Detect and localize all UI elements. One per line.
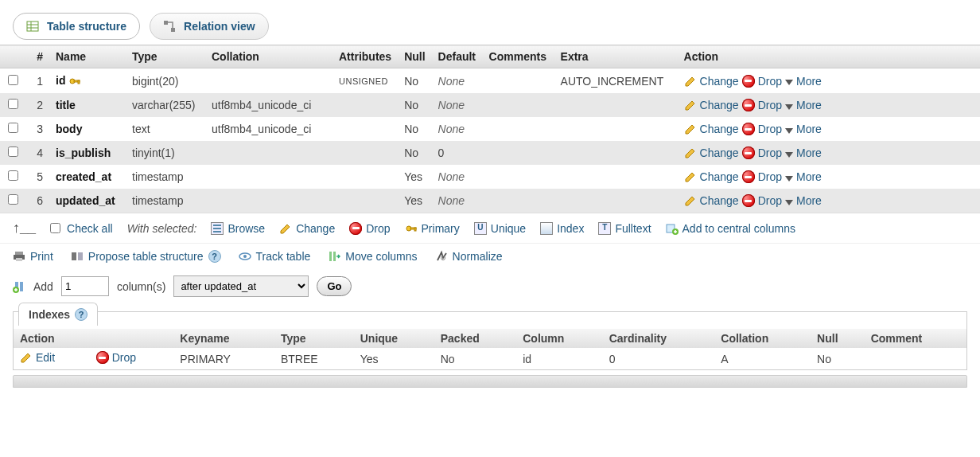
propose-button[interactable]: Propose table structure ? bbox=[71, 250, 221, 263]
browse-button[interactable]: Browse bbox=[211, 222, 265, 235]
index-button[interactable]: Index bbox=[540, 222, 584, 235]
change-button[interactable]: Change bbox=[684, 75, 739, 88]
row-checkbox[interactable] bbox=[8, 194, 18, 205]
more-button[interactable]: More bbox=[785, 146, 822, 159]
add-position-select[interactable]: after updated_at bbox=[173, 275, 309, 297]
tab-label: Relation view bbox=[184, 20, 255, 33]
drop-icon bbox=[742, 99, 755, 111]
pencil-icon bbox=[684, 123, 697, 135]
help-icon[interactable]: ? bbox=[75, 308, 88, 321]
index-null: No bbox=[811, 348, 865, 369]
more-button[interactable]: More bbox=[785, 123, 822, 135]
add-count-input[interactable] bbox=[61, 276, 109, 296]
change-button[interactable]: Change bbox=[279, 222, 335, 235]
column-name: body bbox=[49, 117, 126, 141]
primary-button[interactable]: Primary bbox=[405, 222, 460, 235]
drop-button[interactable]: Drop bbox=[742, 75, 782, 88]
drop-button[interactable]: Drop bbox=[742, 146, 782, 159]
svg-rect-21 bbox=[329, 252, 332, 261]
change-button[interactable]: Change bbox=[684, 194, 739, 207]
drop-button[interactable]: Drop bbox=[742, 123, 782, 135]
drop-icon bbox=[742, 75, 755, 88]
check-all-label[interactable]: Check all bbox=[67, 222, 113, 235]
row-checkbox[interactable] bbox=[8, 170, 18, 181]
row-checkbox[interactable] bbox=[8, 123, 18, 133]
svg-rect-4 bbox=[164, 21, 168, 25]
column-attributes bbox=[332, 141, 398, 165]
add-central-button[interactable]: Add to central columns bbox=[666, 222, 795, 235]
more-button[interactable]: More bbox=[785, 75, 822, 88]
column-comments bbox=[483, 189, 554, 213]
indexes-table: Action Keyname Type Unique Packed Column… bbox=[14, 329, 966, 369]
column-type: text bbox=[126, 117, 205, 141]
drop-button[interactable]: Drop bbox=[742, 170, 782, 183]
check-all[interactable]: Check all bbox=[50, 222, 113, 235]
column-default: 0 bbox=[432, 141, 483, 165]
change-button[interactable]: Change bbox=[684, 123, 739, 135]
drop-button[interactable]: Drop bbox=[742, 99, 782, 111]
change-button[interactable]: Change bbox=[684, 146, 739, 159]
idx-col-packed: Packed bbox=[434, 329, 517, 348]
svg-rect-14 bbox=[15, 252, 23, 255]
row-num: 5 bbox=[25, 165, 49, 189]
change-button[interactable]: Change bbox=[684, 170, 739, 183]
move-columns-button[interactable]: Move columns bbox=[328, 250, 417, 263]
indexes-tab[interactable]: Indexes ? bbox=[18, 303, 98, 326]
add-central-icon bbox=[666, 222, 679, 235]
idx-col-unique: Unique bbox=[354, 329, 434, 348]
column-comments bbox=[483, 165, 554, 189]
column-type: varchar(255) bbox=[126, 93, 205, 117]
table-row: 5created_attimestampYesNoneChange Drop M… bbox=[0, 165, 980, 189]
columns-header-row: # Name Type Collation Attributes Null De… bbox=[0, 45, 980, 68]
column-extra bbox=[554, 93, 678, 117]
row-checkbox[interactable] bbox=[8, 146, 18, 157]
drop-button[interactable]: Drop bbox=[349, 222, 390, 235]
drop-button[interactable]: Drop bbox=[742, 194, 782, 207]
more-button[interactable]: More bbox=[785, 99, 822, 111]
index-packed: No bbox=[434, 348, 517, 369]
move-icon bbox=[328, 250, 340, 263]
row-checkbox[interactable] bbox=[8, 99, 18, 109]
row-num: 3 bbox=[25, 117, 49, 141]
edit-button[interactable]: Edit bbox=[20, 351, 55, 364]
propose-icon bbox=[71, 250, 84, 263]
idx-col-comment: Comment bbox=[865, 329, 966, 348]
index-keyname: PRIMARY bbox=[173, 348, 274, 369]
drop-icon bbox=[742, 146, 755, 159]
col-comments: Comments bbox=[483, 45, 554, 68]
column-extra bbox=[554, 165, 678, 189]
help-icon[interactable]: ? bbox=[208, 250, 221, 263]
chevron-down-icon bbox=[785, 80, 793, 85]
change-button[interactable]: Change bbox=[684, 99, 739, 111]
column-collation: utf8mb4_unicode_ci bbox=[205, 93, 332, 117]
chevron-down-icon bbox=[785, 104, 793, 110]
go-button[interactable]: Go bbox=[317, 276, 352, 296]
bulk-toolbar: ↑__ Check all With selected: Browse Chan… bbox=[0, 213, 980, 243]
more-button[interactable]: More bbox=[785, 170, 822, 183]
track-button[interactable]: Track table bbox=[239, 250, 311, 263]
idx-col-action: Action bbox=[14, 329, 173, 348]
check-all-checkbox[interactable] bbox=[50, 223, 60, 233]
column-type: timestamp bbox=[126, 189, 205, 213]
column-name: created_at bbox=[49, 165, 126, 189]
print-button[interactable]: Print bbox=[13, 250, 53, 263]
unique-button[interactable]: Unique bbox=[474, 222, 526, 235]
pencil-icon bbox=[279, 222, 292, 235]
add-label: Add bbox=[33, 280, 53, 293]
pencil-icon bbox=[684, 170, 697, 183]
column-name: is_publish bbox=[49, 141, 126, 165]
column-name: updated_at bbox=[49, 189, 126, 213]
col-attributes: Attributes bbox=[332, 45, 398, 68]
column-collation bbox=[205, 68, 332, 94]
drop-button[interactable]: Drop bbox=[96, 351, 136, 364]
column-name: id bbox=[49, 68, 126, 94]
idx-col-collation: Collation bbox=[714, 329, 811, 348]
normalize-button[interactable]: Normalize bbox=[435, 250, 503, 263]
tab-relation-view[interactable]: Relation view bbox=[150, 13, 268, 40]
column-attributes bbox=[332, 189, 398, 213]
fulltext-button[interactable]: Fulltext bbox=[598, 222, 651, 235]
row-checkbox[interactable] bbox=[8, 75, 18, 85]
more-button[interactable]: More bbox=[785, 194, 822, 207]
col-extra: Extra bbox=[554, 45, 678, 68]
tab-table-structure[interactable]: Table structure bbox=[13, 13, 140, 40]
